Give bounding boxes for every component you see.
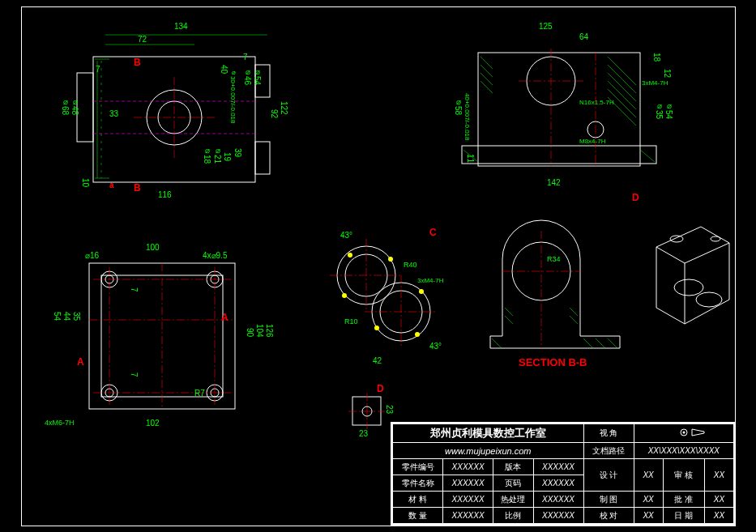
- svg-rect-1: [77, 73, 93, 142]
- view-c: C 43° 43° 42 R10 R40 3xM4-7H: [316, 227, 462, 372]
- dim-r7: R7: [194, 389, 205, 398]
- dim-10: 10: [81, 178, 90, 187]
- tb-docpath-label: 文档路径: [583, 443, 634, 459]
- dim-r10: R10: [344, 317, 358, 326]
- top-right-view: 125 64 142 ⌀58 40+0.007/-0.018 18 12 ⌀35…: [454, 20, 681, 206]
- dim-7r: 7: [243, 53, 248, 62]
- bottom-left-view: 100 102 ⌀16 4x⌀9.5 54 44 35 90 104 126 R…: [45, 231, 280, 433]
- dim-72: 72: [138, 35, 147, 44]
- dim-tol: ⌀30+0.007/-0.018: [229, 69, 237, 124]
- svg-line-77: [505, 316, 513, 324]
- dim-n2: M8x4-7H: [579, 138, 605, 145]
- svg-line-75: [608, 338, 617, 348]
- tb-rr1b: XX: [634, 459, 663, 492]
- dim-d46: ⌀46: [243, 67, 252, 85]
- top-left-view: 134 72 33 ⌀68 ⌀48 122 92 40 ⌀46 ⌀54 ⌀30+…: [61, 20, 288, 206]
- dim-100: 100: [146, 243, 160, 252]
- svg-line-34: [640, 150, 655, 162]
- dim-d23w: 23: [359, 429, 368, 438]
- sec-d: D: [632, 192, 639, 203]
- dim-d18: ⌀18: [203, 146, 211, 164]
- dim-r34: R34: [547, 255, 561, 263]
- svg-point-60: [388, 257, 393, 262]
- dim-n3: 3xM4-7H: [642, 79, 668, 87]
- sec-a1: A: [221, 312, 229, 323]
- sec-a: a: [109, 181, 114, 189]
- top-left-svg: [61, 20, 288, 206]
- tb-r4d: XXXXXX: [533, 508, 583, 524]
- svg-line-78: [570, 308, 578, 316]
- dim-r40: R40: [404, 261, 417, 269]
- dim-d54r: ⌀54: [664, 101, 673, 119]
- dim-3xm4: 3xM4-7H: [417, 277, 443, 284]
- dim-142: 142: [547, 178, 561, 187]
- dim-125: 125: [539, 22, 553, 31]
- tb-rr2c: 批 准: [663, 492, 704, 508]
- svg-line-28: [608, 65, 636, 93]
- tb-docpath: XX\XXX\XXX\XXXX: [634, 443, 733, 459]
- dim-d58: ⌀58: [454, 97, 463, 115]
- svg-point-85: [682, 432, 685, 434]
- tb-r1b: XXXXXX: [443, 459, 493, 475]
- tb-view-angle: 视 角: [583, 424, 634, 443]
- tb-r2c: 页码: [493, 475, 533, 492]
- dim-90: 90: [246, 328, 254, 337]
- svg-rect-65: [352, 397, 381, 425]
- dim-122: 122: [280, 101, 288, 115]
- dim-7b: 7: [130, 372, 139, 377]
- dim-4xm6: 4xM6-7H: [45, 419, 75, 427]
- svg-line-27: [608, 57, 636, 85]
- dim-18: 18: [652, 53, 661, 62]
- svg-line-73: [583, 338, 593, 348]
- dim-12: 12: [663, 69, 672, 78]
- company-url: www.mujupeixun.com: [393, 443, 584, 459]
- sec-b-bot: B: [134, 182, 141, 194]
- tb-r3b: XXXXXX: [443, 492, 493, 508]
- dim-134: 134: [174, 22, 188, 31]
- dim-d54: ⌀54: [253, 67, 262, 85]
- dim-4x95: 4x⌀9.5: [203, 251, 227, 260]
- projection-symbol: [634, 424, 733, 443]
- svg-line-72: [492, 338, 502, 348]
- dim-42: 42: [373, 356, 382, 365]
- svg-point-62: [415, 332, 420, 337]
- dim-44: 44: [62, 312, 71, 321]
- svg-line-23: [481, 57, 493, 69]
- dim-64: 64: [579, 32, 588, 41]
- tb-rr2d: XX: [704, 492, 733, 508]
- tb-r4b: XXXXXX: [443, 508, 493, 524]
- dim-35: 35: [72, 312, 81, 321]
- tb-rr2a: 制 图: [583, 492, 634, 508]
- company-name: 郑州贞利模具数控工作室: [393, 424, 584, 443]
- svg-line-74: [596, 338, 605, 348]
- tb-r3d: XXXXXX: [533, 492, 583, 508]
- tb-rr1c: 审 核: [663, 459, 704, 492]
- dim-102: 102: [146, 419, 160, 428]
- dim-104: 104: [255, 324, 264, 338]
- tb-r2a: 零件名称: [393, 475, 443, 492]
- svg-point-81: [696, 292, 722, 307]
- tb-r1a: 零件编号: [393, 459, 443, 475]
- tb-r2b: XXXXXX: [443, 475, 493, 492]
- bottom-left-svg: [45, 231, 280, 433]
- view-c-label: C: [429, 227, 437, 238]
- dim-d16: ⌀16: [85, 251, 99, 260]
- dim-43a: 43°: [340, 231, 352, 240]
- section-bb-label: SECTION B-B: [519, 356, 587, 368]
- svg-line-29: [608, 73, 636, 101]
- section-bb: R34 SECTION B-B: [490, 227, 632, 372]
- tb-r3c: 热处理: [493, 492, 533, 508]
- svg-line-25: [481, 73, 493, 85]
- dim-d35: ⌀35: [655, 101, 664, 119]
- svg-line-76: [505, 308, 513, 316]
- svg-point-59: [348, 253, 352, 257]
- dim-7l: 7: [96, 65, 100, 74]
- dim-116: 116: [158, 190, 172, 199]
- svg-line-24: [481, 65, 493, 77]
- svg-point-61: [419, 289, 424, 294]
- dim-d21: ⌀21: [213, 146, 222, 164]
- tb-r2d: XXXXXX: [533, 475, 583, 492]
- svg-point-82: [670, 236, 683, 242]
- svg-rect-17: [462, 146, 656, 164]
- dim-43b: 43°: [429, 342, 442, 351]
